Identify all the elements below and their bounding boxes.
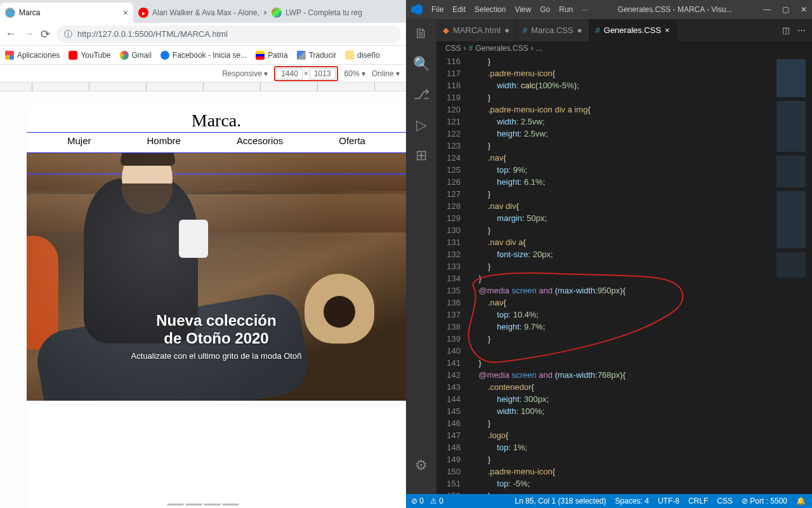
tab-title: LWP - Completa tu reg [285,8,362,17]
menu-edit[interactable]: Edit [449,5,469,14]
hero-section: Nueva colecciónde Otoño 2020 Actualizate… [27,153,406,401]
status-spaces[interactable]: Spaces: 4 [615,497,649,505]
bookmark-facebook[interactable]: Facebook - Inicia se... [160,51,247,60]
nav-link[interactable]: Accesorios [237,135,283,146]
zoom-select[interactable]: 60% ▾ [344,69,365,78]
debug-icon[interactable]: ▷ [416,117,427,133]
menu-file[interactable]: File [428,5,447,14]
rendered-page: Marca. Mujer Hombre Accesorios Oferta Nu [27,105,406,508]
hero-mug [179,220,208,258]
chrome-window: 🌐 Marca × ▸ Alan Walker & Ava Max - Alon… [0,0,406,508]
menu-go[interactable]: Go [536,5,554,14]
bookmark-diseno[interactable]: diseño [345,51,379,60]
bookmark-youtube[interactable]: YouTube [69,51,110,60]
menu-view[interactable]: View [511,5,535,14]
file-html-icon: ◆ [443,25,449,35]
hero-beard [122,184,173,214]
editor-tab-marca-html[interactable]: ◆ MARCA.html ● [436,19,516,41]
devtools-ruler [0,83,406,91]
gear-icon[interactable]: ⚙ [415,457,428,474]
more-actions-icon[interactable]: ⋯ [797,25,806,35]
minimap[interactable] [774,55,812,494]
bookmark-gmail[interactable]: Gmail [120,51,152,60]
window-controls: — ▢ ✕ [763,5,807,14]
status-encoding[interactable]: UTF-8 [658,497,679,505]
chrome-tab-1[interactable]: ▸ Alan Walker & Ava Max - Alone, × [133,3,266,23]
menu-more[interactable]: ··· [578,5,592,14]
minimize-icon[interactable]: — [763,5,771,14]
taskbar-hint [167,504,239,505]
nav-link[interactable]: Hombre [147,135,181,146]
url-bar[interactable]: ⓘ http://127.0.0.1:5500/HTML/MARCA.html [56,25,401,43]
breadcrumb[interactable]: CSS› # Generales.CSS› ... [436,41,812,55]
hero-person-bg [27,236,58,350]
status-eol[interactable]: CRLF [688,497,708,505]
bookmark-patria[interactable]: Patria [256,51,287,60]
chrome-tab-2[interactable]: LWP - Completa tu reg [266,3,367,23]
menu-run[interactable]: Run [555,5,577,14]
file-css-icon: # [523,25,527,35]
code-content[interactable]: } .padre-menu-icon{ width: calc(100%-5%)… [469,55,774,494]
code-editor[interactable]: 116 117 118 119 120 121 122 123 124 125 … [436,55,812,494]
hero-subtitle: Actualizate con el ultimo grito de la mo… [27,351,406,361]
file-css-icon: # [469,44,473,53]
close-icon[interactable]: × [665,25,670,35]
menu-selection[interactable]: Selection [471,5,509,14]
chrome-toolbar: ← → ⟳ ⓘ http://127.0.0.1:5500/HTML/MARCA… [0,23,406,46]
nav-link[interactable]: Oferta [339,135,365,146]
info-icon[interactable]: ⓘ [64,29,72,40]
nav-link[interactable]: Mujer [67,135,91,146]
hero-title: Nueva colecciónde Otoño 2020 [27,312,406,347]
page-brand: Marca. [27,105,406,132]
explorer-icon[interactable]: 🗎 [414,25,428,42]
status-lang[interactable]: CSS [717,497,733,505]
inspect-outline [27,173,406,175]
activity-bar: 🗎 🔍 ⎇ ▷ ⊞ ⚙ [406,19,436,494]
file-css-icon: # [596,25,600,35]
page-nav: Mujer Hombre Accesorios Oferta [27,132,406,153]
status-cursor[interactable]: Ln 85, Col 1 (318 selected) [514,497,606,505]
close-icon[interactable]: × [123,8,128,18]
width-input[interactable]: 1440 [277,68,303,79]
search-icon[interactable]: 🔍 [413,56,430,72]
maximize-icon[interactable]: ▢ [782,5,789,14]
hero-legs [32,290,312,401]
throttle-select[interactable]: Online ▾ [372,69,400,78]
status-bell-icon[interactable]: 🔔 [796,497,806,505]
vscode-titlebar: File Edit Selection View Go Run ··· Gene… [406,0,812,19]
source-control-icon[interactable]: ⎇ [414,86,429,103]
bookmark-traducir[interactable]: Traducir [297,51,337,60]
status-errors[interactable]: ⊘ 0 [411,497,424,505]
editor-area: ◆ MARCA.html ● # Marca.CSS ● # Generales… [436,19,812,494]
page-viewport: Marca. Mujer Hombre Accesorios Oferta Nu [0,91,406,508]
hero-dog [304,274,374,344]
dirty-icon: ● [504,25,509,35]
url-text: http://127.0.0.1:5500/HTML/MARCA.html [77,29,228,39]
editor-tab-marca-css[interactable]: # Marca.CSS ● [516,19,589,41]
chrome-tabstrip: 🌐 Marca × ▸ Alan Walker & Ava Max - Alon… [0,0,406,23]
forward-icon: → [23,27,34,41]
dirty-icon: ● [577,25,582,35]
hero-hair [121,153,175,166]
back-icon[interactable]: ← [5,27,16,41]
status-liveserver[interactable]: ⊘ Port : 5500 [742,497,787,505]
times-label: × [304,69,308,78]
reload-icon[interactable]: ⟳ [41,27,50,41]
vscode-window: File Edit Selection View Go Run ··· Gene… [406,0,812,508]
devtools-device-toolbar: Responsive ▾ 1440 × 1013 60% ▾ Online ▾ [0,65,406,83]
editor-tabs: ◆ MARCA.html ● # Marca.CSS ● # Generales… [436,19,812,41]
chrome-tab-0[interactable]: 🌐 Marca × [0,3,133,23]
responsive-mode-select[interactable]: Responsive ▾ [222,69,268,78]
status-warnings[interactable]: ⚠ 0 [430,497,443,505]
height-input[interactable]: 1013 [310,68,336,79]
bookmarks-bar: Aplicaciones YouTube Gmail Facebook - In… [0,46,406,65]
extensions-icon[interactable]: ⊞ [416,147,427,164]
tab-title: Alan Walker & Ava Max - Alone, [152,8,259,17]
dimensions-group: 1440 × 1013 [274,66,337,81]
editor-tab-generales-css[interactable]: # Generales.CSS × [589,19,677,41]
apps-button[interactable]: Aplicaciones [5,51,60,60]
hero-face [122,153,173,210]
tab-title: Marca [19,8,40,17]
split-editor-icon[interactable]: ◫ [782,25,790,35]
close-icon[interactable]: ✕ [801,5,807,14]
